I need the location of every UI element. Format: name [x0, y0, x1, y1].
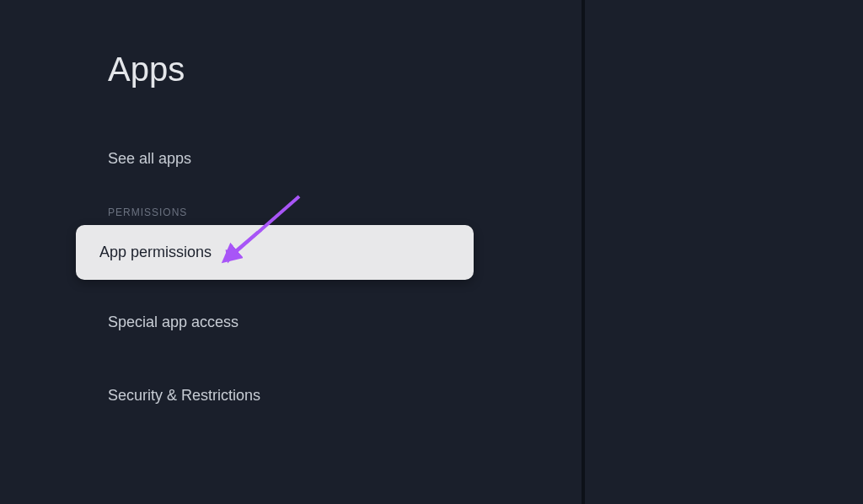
settings-content: Apps See all apps PERMISSIONS App permis…: [0, 0, 582, 420]
menu-app-permissions[interactable]: App permissions: [76, 225, 474, 280]
menu-see-all-apps[interactable]: See all apps: [108, 135, 582, 183]
right-panel: [585, 0, 863, 504]
spacer: [108, 280, 582, 298]
page-title: Apps: [108, 51, 582, 88]
section-header-permissions: PERMISSIONS: [108, 206, 582, 218]
menu-special-app-access[interactable]: Special app access: [108, 298, 582, 346]
menu-security-restrictions[interactable]: Security & Restrictions: [108, 372, 582, 420]
